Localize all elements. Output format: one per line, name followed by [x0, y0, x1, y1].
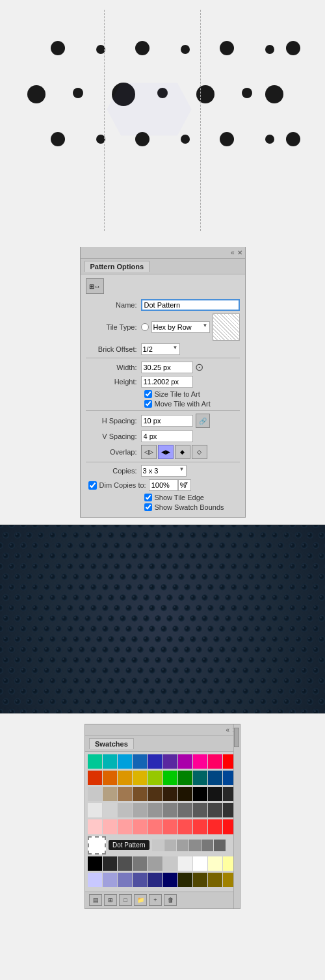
scrollbar-thumb[interactable] [234, 728, 239, 747]
swatch[interactable] [163, 754, 177, 769]
swatch[interactable] [193, 754, 207, 769]
swatch[interactable] [208, 787, 222, 801]
swatch[interactable] [118, 754, 132, 769]
swatch[interactable] [103, 754, 117, 769]
swatch[interactable] [88, 754, 102, 769]
swatch[interactable] [163, 771, 177, 785]
swatch[interactable] [103, 856, 117, 871]
overlap-btn-2[interactable]: ◀▶ [158, 445, 174, 459]
swatch[interactable] [163, 873, 177, 887]
swatch[interactable] [178, 754, 192, 769]
swatch[interactable] [193, 873, 207, 887]
height-input[interactable] [141, 376, 193, 388]
swatch[interactable] [178, 771, 192, 785]
swatches-collapse-icon[interactable]: « [226, 726, 229, 734]
new-color-group-btn[interactable]: 📁 [134, 894, 147, 906]
swatch[interactable] [148, 819, 162, 834]
swatch[interactable] [118, 803, 132, 817]
swatch[interactable] [148, 771, 162, 785]
swatch[interactable] [103, 771, 117, 785]
swatch[interactable] [148, 873, 162, 887]
swatch[interactable] [118, 856, 132, 871]
brick-offset-select[interactable]: 1/2 1/3 1/4 [141, 343, 180, 355]
name-input[interactable] [141, 299, 240, 311]
swatch[interactable] [178, 819, 192, 834]
swatch[interactable] [88, 873, 102, 887]
swatch[interactable] [163, 787, 177, 801]
new-swatch-btn[interactable]: + [149, 894, 162, 906]
swatch[interactable] [163, 856, 177, 871]
dim-copies-input[interactable] [149, 479, 178, 491]
swatch[interactable] [103, 819, 117, 834]
swatch[interactable] [88, 819, 102, 834]
swatch[interactable] [133, 856, 147, 871]
swatch[interactable] [148, 856, 162, 871]
overlap-btn-4[interactable]: ◇ [192, 445, 207, 459]
collapse-icon[interactable]: « [231, 249, 235, 256]
swatch[interactable] [88, 856, 102, 871]
swatch[interactable] [133, 873, 147, 887]
swatch[interactable] [118, 819, 132, 834]
swatch[interactable] [208, 873, 222, 887]
delete-swatch-btn[interactable]: 🗑 [164, 894, 177, 906]
swatches-title-tab[interactable]: Swatches [89, 738, 134, 749]
swatch[interactable] [103, 803, 117, 817]
swatch[interactable] [88, 803, 102, 817]
swatch[interactable] [133, 819, 147, 834]
swatch[interactable] [208, 754, 222, 769]
swatch[interactable] [193, 819, 207, 834]
swatch[interactable] [208, 819, 222, 834]
swatch[interactable] [163, 803, 177, 817]
tile-type-select[interactable]: Hex by Row Grid Brick by Row Hex by Colu… [151, 321, 210, 333]
swatch[interactable] [193, 856, 207, 871]
swatch[interactable] [189, 840, 201, 851]
tile-type-radio[interactable] [141, 323, 149, 331]
transform-icon-btn[interactable]: ⊞↔ [86, 278, 104, 294]
swatch[interactable] [133, 771, 147, 785]
v-spacing-input[interactable] [141, 430, 193, 442]
swatch[interactable] [103, 787, 117, 801]
swatch[interactable] [118, 787, 132, 801]
swatch[interactable] [193, 803, 207, 817]
swatch[interactable] [178, 803, 192, 817]
swatch[interactable] [88, 787, 102, 801]
swatch[interactable] [88, 771, 102, 785]
swatch[interactable] [118, 873, 132, 887]
h-spacing-input[interactable] [141, 415, 193, 427]
swatch[interactable] [193, 771, 207, 785]
swatch[interactable] [178, 873, 192, 887]
swatch[interactable] [133, 787, 147, 801]
swatch[interactable] [208, 771, 222, 785]
show-swatch-kinds-btn[interactable]: ⊞ [104, 894, 117, 906]
swatch-options-btn[interactable]: □ [119, 894, 132, 906]
swatch[interactable] [202, 840, 213, 851]
show-tile-edge-checkbox[interactable] [144, 494, 152, 501]
overlap-btn-1[interactable]: ◁▷ [141, 445, 157, 459]
swatch-libraries-btn[interactable]: ▤ [89, 894, 102, 906]
size-tile-checkbox[interactable] [144, 390, 152, 398]
swatch[interactable] [178, 787, 192, 801]
close-icon[interactable]: ✕ [237, 249, 242, 256]
swatch[interactable] [133, 754, 147, 769]
move-tile-checkbox[interactable] [144, 400, 152, 408]
copies-select[interactable]: 3 x 3 5 x 5 7 x 7 [141, 465, 187, 477]
show-swatch-bounds-checkbox[interactable] [144, 503, 152, 511]
swatch[interactable] [152, 840, 164, 851]
swatch[interactable] [193, 787, 207, 801]
link-icon[interactable]: ⊙ [195, 361, 203, 373]
swatch[interactable] [148, 787, 162, 801]
overlap-btn-3[interactable]: ◆ [175, 445, 190, 459]
swatch[interactable] [118, 771, 132, 785]
scrollbar[interactable] [233, 724, 240, 908]
swatch[interactable] [148, 803, 162, 817]
swatch[interactable] [177, 840, 188, 851]
swatch[interactable] [214, 840, 226, 851]
swatch[interactable] [133, 803, 147, 817]
h-v-link-icon[interactable]: 🔗 [196, 414, 210, 428]
width-input[interactable] [141, 362, 193, 373]
swatch[interactable] [164, 840, 176, 851]
swatch[interactable] [163, 819, 177, 834]
swatch[interactable] [178, 856, 192, 871]
swatch[interactable] [148, 754, 162, 769]
swatch[interactable] [103, 873, 117, 887]
